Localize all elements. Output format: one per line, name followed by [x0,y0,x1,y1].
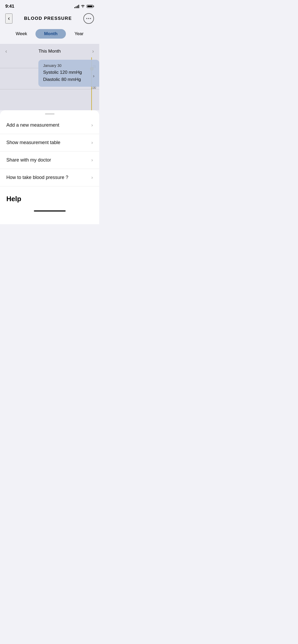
chart-prev-button[interactable]: ‹ [5,48,7,54]
chart-next-button[interactable]: › [92,48,94,54]
home-indicator [0,207,99,214]
svg-point-0 [83,7,83,8]
chart-tooltip[interactable]: January 30 Systolic 120 mmHg Diastolic 8… [38,60,99,87]
back-button[interactable]: ‹ [5,13,12,24]
bottom-sheet: Add a new measurement › Show measurement… [0,110,99,224]
menu-item-share-label: Share with my doctor [6,157,51,163]
menu-item-add[interactable]: Add a new measurement › [0,117,99,134]
tooltip-values: Systolic 120 mmHg Diastolic 80 mmHg [43,69,82,83]
sheet-handle [0,110,99,117]
menu-item-howto-arrow: › [91,175,93,180]
status-icons [74,4,94,8]
chart-gridline-100 [0,89,99,89]
tooltip-systolic: Systolic 120 mmHg [43,69,82,76]
signal-icon [74,4,79,8]
status-bar: 9:41 [0,0,99,11]
menu-item-share[interactable]: Share with my doctor › [0,151,99,169]
nav-bar: ‹ BLOOD PRESSURE [0,11,99,27]
wifi-icon [81,5,85,8]
sheet-handle-bar [45,113,55,114]
menu-item-table-arrow: › [91,140,93,145]
tooltip-diastolic: Diastolic 80 mmHg [43,76,82,83]
more-button[interactable] [83,13,94,24]
segment-month[interactable]: Month [35,29,66,39]
menu-item-table-label: Show measurement table [6,140,60,145]
chart-area: ‹ This Month › January 30 Systolic 120 m… [0,44,99,110]
menu-item-add-label: Add a new measurement [6,122,59,128]
home-bar [34,210,66,211]
segment-year[interactable]: Year [66,29,92,39]
chart-header: ‹ This Month › [0,44,99,57]
menu-item-howto[interactable]: How to take blood pressure ? › [0,169,99,186]
help-section: Help [0,186,99,207]
battery-icon [87,5,94,8]
more-dots-icon [86,18,91,19]
page-title: BLOOD PRESSURE [24,16,72,21]
status-time: 9:41 [5,4,14,9]
tooltip-arrow: › [93,73,94,79]
menu-item-share-arrow: › [91,157,93,163]
segment-control: Week Month Year [0,27,99,44]
chart-period-label: This Month [38,49,61,54]
help-title: Help [6,195,21,203]
tooltip-date: January 30 [43,63,94,68]
menu-item-add-arrow: › [91,122,93,128]
menu-item-table[interactable]: Show measurement table › [0,134,99,151]
tooltip-row: Systolic 120 mmHg Diastolic 80 mmHg › [43,69,94,83]
segment-week[interactable]: Week [7,29,35,39]
menu-item-howto-label: How to take blood pressure ? [6,175,68,180]
